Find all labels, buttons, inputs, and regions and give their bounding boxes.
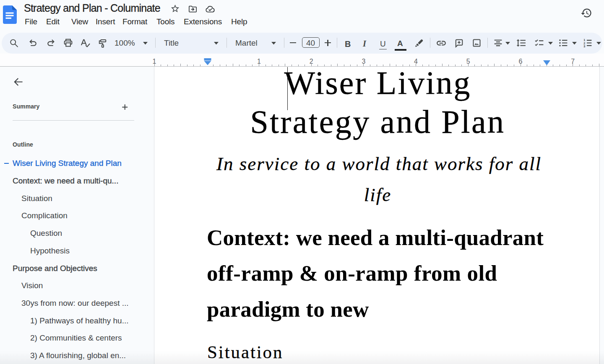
svg-text:3: 3: [583, 44, 585, 48]
